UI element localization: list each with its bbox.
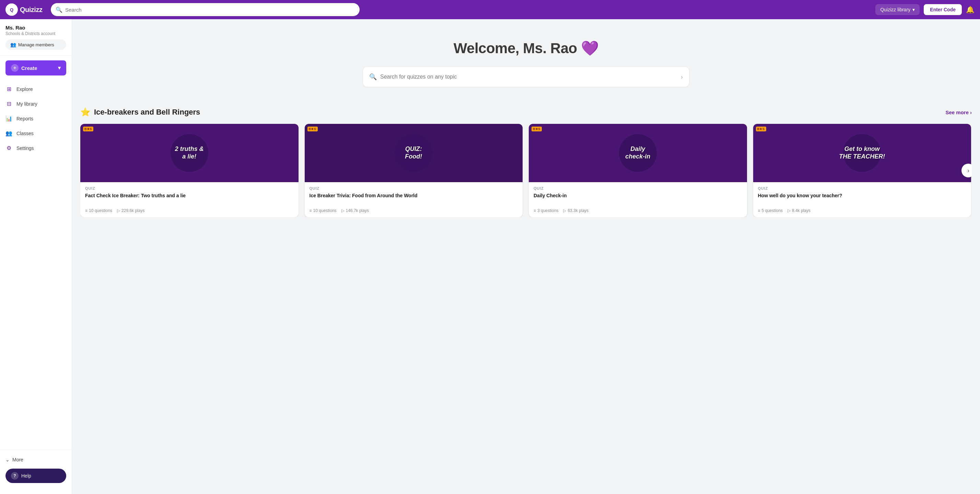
notification-bell-button[interactable]: 🔔 bbox=[966, 5, 975, 14]
sidebar-item-label-reports: Reports bbox=[16, 116, 33, 121]
user-info: Ms. Rao Schools & Districts account 👥 Ma… bbox=[0, 25, 72, 56]
see-more-button[interactable]: See more › bbox=[945, 110, 972, 115]
sidebar-item-classes[interactable]: 👥 Classes bbox=[0, 126, 72, 141]
user-name: Ms. Rao bbox=[5, 25, 66, 30]
quiz-meta: ≡ 5 questions ▷ 8.4k plays bbox=[758, 208, 967, 213]
main-search-bar[interactable]: 🔍 › bbox=[363, 67, 689, 87]
quiz-card-overlay-text: Get to knowTHE TEACHER! bbox=[838, 144, 886, 162]
enter-code-button[interactable]: Enter Code bbox=[924, 4, 962, 15]
quiz-card-image: B★S Get to knowTHE TEACHER! bbox=[753, 124, 971, 182]
topnav-search-bar[interactable]: 🔍 bbox=[51, 3, 360, 16]
quiz-plays-count: 63.3k plays bbox=[568, 208, 589, 213]
quiz-card-title: How well do you know your teacher? bbox=[758, 192, 967, 205]
quiz-card-badge: B★S bbox=[756, 127, 766, 131]
topnav: Q Quizizz 🔍 Quizizz library ▾ Enter Code… bbox=[0, 0, 980, 19]
quiz-questions-count: 10 questions bbox=[313, 208, 337, 213]
quiz-plays-meta: ▷ 146.7k plays bbox=[341, 208, 369, 213]
quiz-card-image: B★S QUIZ:Food! bbox=[305, 124, 523, 182]
quiz-cards-container: B★S 2 truths &a lie! QUIZ Fact Check Ice… bbox=[80, 124, 972, 217]
quiz-card[interactable]: B★S Dailycheck-in QUIZ Daily Check-in ≡ … bbox=[529, 124, 747, 217]
quiz-card-badge: B★S bbox=[307, 127, 318, 131]
create-chevron-icon: ▾ bbox=[58, 65, 61, 71]
quiz-card-info: QUIZ Daily Check-in ≡ 3 questions ▷ 63.3… bbox=[529, 182, 747, 217]
search-arrow-icon: › bbox=[681, 73, 683, 81]
quiz-card-overlay-text: 2 truths &a lie! bbox=[173, 144, 205, 162]
sidebar-item-label-settings: Settings bbox=[16, 145, 34, 151]
library-button[interactable]: Quizizz library ▾ bbox=[875, 4, 920, 15]
quiz-label: QUIZ bbox=[758, 186, 967, 191]
manage-members-button[interactable]: 👥 Manage members bbox=[5, 40, 66, 50]
app-layout: Ms. Rao Schools & Districts account 👥 Ma… bbox=[0, 19, 980, 494]
welcome-title: Welcome, Ms. Rao 💜 bbox=[79, 40, 973, 57]
quiz-card-title: Fact Check Ice Breaker: Two truths and a… bbox=[85, 192, 294, 205]
sidebar-item-reports[interactable]: 📊 Reports bbox=[0, 111, 72, 126]
create-btn-left: ＋ Create bbox=[11, 64, 37, 72]
main-search-input[interactable] bbox=[380, 74, 677, 80]
quiz-meta: ≡ 10 questions ▷ 229.6k plays bbox=[85, 208, 294, 213]
chevron-down-icon: ▾ bbox=[912, 7, 915, 12]
library-icon: ⊟ bbox=[5, 100, 12, 107]
help-button[interactable]: ? Help bbox=[5, 469, 66, 483]
quiz-card-info: QUIZ How well do you know your teacher? … bbox=[753, 182, 971, 217]
questions-icon: ≡ bbox=[534, 208, 536, 213]
topnav-search-input[interactable] bbox=[65, 7, 355, 13]
manage-members-label: Manage members bbox=[18, 42, 54, 47]
quiz-questions-count: 5 questions bbox=[762, 208, 783, 213]
quiz-plays-meta: ▷ 229.6k plays bbox=[117, 208, 145, 213]
see-more-label: See more bbox=[945, 110, 969, 115]
quiz-card[interactable]: B★S QUIZ:Food! QUIZ Ice Breaker Trivia: … bbox=[305, 124, 523, 217]
section-title: ⭐ Ice-breakers and Bell Ringers bbox=[80, 107, 200, 117]
quiz-meta: ≡ 3 questions ▷ 63.3k plays bbox=[534, 208, 742, 213]
sidebar-item-my-library[interactable]: ⊟ My library bbox=[0, 96, 72, 111]
quiz-card-badge: B★S bbox=[83, 127, 93, 131]
sidebar-item-label-library: My library bbox=[16, 101, 37, 107]
create-plus-icon: ＋ bbox=[11, 64, 19, 72]
library-label: Quizizz library bbox=[880, 7, 910, 12]
help-icon: ? bbox=[11, 472, 19, 480]
people-icon: 👥 bbox=[10, 42, 16, 47]
quiz-questions-meta: ≡ 10 questions bbox=[310, 208, 337, 213]
sidebar-more-item[interactable]: ⌄ More bbox=[0, 454, 72, 466]
quiz-card-image: B★S 2 truths &a lie! bbox=[80, 124, 299, 182]
sidebar-item-explore[interactable]: ⊞ Explore bbox=[0, 82, 72, 96]
main-content: Welcome, Ms. Rao 💜 🔍 › ⭐ Ice-breakers an… bbox=[72, 19, 980, 494]
plays-icon: ▷ bbox=[563, 208, 566, 213]
sidebar: Ms. Rao Schools & Districts account 👥 Ma… bbox=[0, 19, 72, 494]
sidebar-bottom: ⌄ More ? Help bbox=[0, 450, 72, 489]
quiz-plays-count: 8.4k plays bbox=[792, 208, 810, 213]
quiz-card-overlay-text: QUIZ:Food! bbox=[404, 144, 423, 162]
more-label: More bbox=[12, 457, 23, 462]
plays-icon: ▷ bbox=[788, 208, 791, 213]
logo-text: Quizizz bbox=[20, 6, 42, 14]
quiz-card[interactable]: B★S 2 truths &a lie! QUIZ Fact Check Ice… bbox=[80, 124, 299, 217]
reports-icon: 📊 bbox=[5, 115, 12, 122]
create-label: Create bbox=[21, 65, 37, 71]
quiz-plays-meta: ▷ 8.4k plays bbox=[788, 208, 810, 213]
quiz-card[interactable]: B★S Get to knowTHE TEACHER! QUIZ How wel… bbox=[753, 124, 971, 217]
create-button[interactable]: ＋ Create ▾ bbox=[5, 60, 66, 75]
quiz-questions-meta: ≡ 10 questions bbox=[85, 208, 112, 213]
questions-icon: ≡ bbox=[758, 208, 760, 213]
quiz-card-info: QUIZ Fact Check Ice Breaker: Two truths … bbox=[80, 182, 299, 217]
help-label: Help bbox=[21, 473, 31, 478]
chevron-down-icon-more: ⌄ bbox=[5, 457, 10, 462]
logo-icon: Q bbox=[5, 3, 18, 16]
quiz-card-badge: B★S bbox=[531, 127, 542, 131]
quiz-card-overlay-text: Dailycheck-in bbox=[624, 144, 652, 162]
quiz-card-title: Ice Breaker Trivia: Food from Around the… bbox=[310, 192, 518, 205]
quiz-questions-meta: ≡ 5 questions bbox=[758, 208, 783, 213]
quiz-questions-count: 3 questions bbox=[537, 208, 558, 213]
settings-icon: ⚙ bbox=[5, 145, 12, 151]
section-title-text: Ice-breakers and Bell Ringers bbox=[94, 108, 200, 117]
star-icon: ⭐ bbox=[80, 107, 91, 117]
quiz-plays-count: 229.6k plays bbox=[121, 208, 145, 213]
plays-icon: ▷ bbox=[117, 208, 120, 213]
sidebar-item-label-explore: Explore bbox=[16, 86, 33, 92]
sidebar-item-settings[interactable]: ⚙ Settings bbox=[0, 141, 72, 156]
questions-icon: ≡ bbox=[310, 208, 312, 213]
topnav-search-icon: 🔍 bbox=[56, 6, 62, 13]
quiz-label: QUIZ bbox=[534, 186, 742, 191]
quiz-card-image: B★S Dailycheck-in bbox=[529, 124, 747, 182]
quiz-questions-count: 10 questions bbox=[89, 208, 112, 213]
user-account-type: Schools & Districts account bbox=[5, 31, 66, 36]
